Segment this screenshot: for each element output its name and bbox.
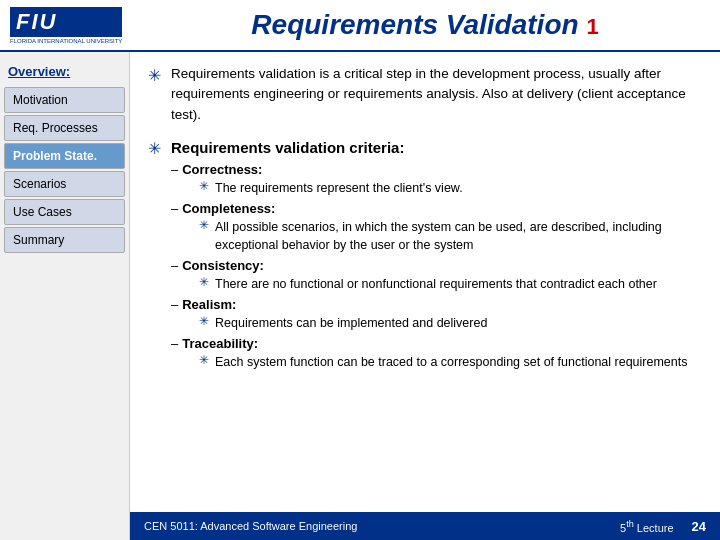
sub-traceability: ✳ Each system function can be traced to … xyxy=(199,353,702,371)
main-layout: Overview: Motivation Req. Processes Prob… xyxy=(0,52,720,540)
criteria-title: Requirements validation criteria: xyxy=(171,139,702,156)
page-title: Requirements Validation 1 xyxy=(140,9,710,41)
sidebar-item-problem-state[interactable]: Problem State. xyxy=(4,143,125,169)
dash-4: – xyxy=(171,297,178,312)
sub-text-traceability: Each system function can be traced to a … xyxy=(215,353,688,371)
dash-5: – xyxy=(171,336,178,351)
footer: CEN 5011: Advanced Software Engineering … xyxy=(130,512,720,540)
sidebar-item-motivation[interactable]: Motivation xyxy=(4,87,125,113)
footer-right: 5th Lecture 24 xyxy=(620,519,706,534)
sub-star-1: ✳ xyxy=(199,179,209,193)
sub-correctness: ✳ The requirements represent the client'… xyxy=(199,179,702,197)
sub-consistency: ✳ There are no functional or nonfunction… xyxy=(199,275,702,293)
sidebar: Overview: Motivation Req. Processes Prob… xyxy=(0,52,130,540)
header: FIU FLORIDA INTERNATIONAL UNIVERSITY Req… xyxy=(0,0,720,52)
criteria-consistency: – Consistency: ✳ There are no functional… xyxy=(171,258,702,293)
sub-text-completeness: All possible scenarios, in which the sys… xyxy=(215,218,702,254)
bullet-star-1: ✳ xyxy=(148,66,161,85)
dash-item-realism: – Realism: xyxy=(171,297,702,312)
sub-text-consistency: There are no functional or nonfunctional… xyxy=(215,275,657,293)
criteria-completeness: – Completeness: ✳ All possible scenarios… xyxy=(171,201,702,254)
sidebar-overview-label: Overview: xyxy=(0,60,129,85)
sub-text-correctness: The requirements represent the client's … xyxy=(215,179,463,197)
bullet-1: ✳ Requirements validation is a critical … xyxy=(148,64,702,125)
sidebar-item-scenarios[interactable]: Scenarios xyxy=(4,171,125,197)
sidebar-item-use-cases[interactable]: Use Cases xyxy=(4,199,125,225)
dash-item-correctness: – Correctness: xyxy=(171,162,702,177)
dash-3: – xyxy=(171,258,178,273)
dash-item-traceability: – Traceability: xyxy=(171,336,702,351)
footer-course: CEN 5011: Advanced Software Engineering xyxy=(144,520,357,532)
sub-star-5: ✳ xyxy=(199,353,209,367)
sub-realism: ✳ Requirements can be implemented and de… xyxy=(199,314,702,332)
criteria-block: Requirements validation criteria: – Corr… xyxy=(171,139,702,372)
dash-item-consistency: – Consistency: xyxy=(171,258,702,273)
sidebar-item-req-processes[interactable]: Req. Processes xyxy=(4,115,125,141)
criteria-traceability: – Traceability: ✳ Each system function c… xyxy=(171,336,702,371)
sub-star-3: ✳ xyxy=(199,275,209,289)
title-num: 1 xyxy=(586,14,598,39)
logo-area: FIU FLORIDA INTERNATIONAL UNIVERSITY xyxy=(10,7,140,44)
logo-sub: FLORIDA INTERNATIONAL UNIVERSITY xyxy=(10,38,122,44)
logo-text: FIU xyxy=(10,7,122,37)
criteria-realism: – Realism: ✳ Requirements can be impleme… xyxy=(171,297,702,332)
footer-page: 24 xyxy=(692,519,706,534)
bullet-2: ✳ Requirements validation criteria: – Co… xyxy=(148,139,702,372)
label-realism: Realism: xyxy=(182,297,236,312)
dash-1: – xyxy=(171,162,178,177)
label-completeness: Completeness: xyxy=(182,201,275,216)
sub-text-realism: Requirements can be implemented and deli… xyxy=(215,314,487,332)
bullet-1-text: Requirements validation is a critical st… xyxy=(171,64,702,125)
content-area: ✳ Requirements validation is a critical … xyxy=(130,52,720,540)
dash-2: – xyxy=(171,201,178,216)
sub-star-2: ✳ xyxy=(199,218,209,232)
label-correctness: Correctness: xyxy=(182,162,262,177)
sub-star-4: ✳ xyxy=(199,314,209,328)
criteria-correctness: – Correctness: ✳ The requirements repres… xyxy=(171,162,702,197)
label-traceability: Traceability: xyxy=(182,336,258,351)
bullet-star-2: ✳ xyxy=(148,139,161,158)
label-consistency: Consistency: xyxy=(182,258,264,273)
dash-item-completeness: – Completeness: xyxy=(171,201,702,216)
sidebar-item-summary[interactable]: Summary xyxy=(4,227,125,253)
sub-completeness: ✳ All possible scenarios, in which the s… xyxy=(199,218,702,254)
footer-lecture: 5th Lecture xyxy=(620,519,674,534)
